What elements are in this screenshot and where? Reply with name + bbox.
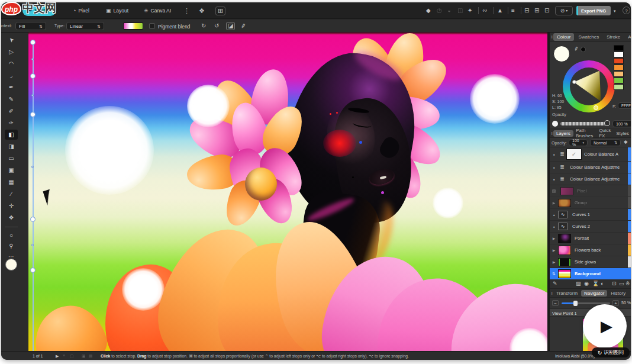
panel-handle[interactable]: ‖ [551, 131, 553, 136]
tool-transparency[interactable]: ◨ [5, 141, 18, 152]
duplicate-icon[interactable]: ▣ [82, 354, 86, 358]
edit-layer-icon[interactable]: ✎ [553, 281, 557, 286]
triangle-selector[interactable] [572, 80, 576, 84]
zoom-in-button[interactable]: + [612, 300, 619, 306]
tab-canva-ai[interactable]: ✳ Canva AI [138, 5, 176, 16]
tool-zoom[interactable]: ⚲ [5, 241, 18, 251]
zoom-out-button[interactable]: − [552, 300, 559, 306]
tool-pencil[interactable]: ✎ [5, 94, 18, 104]
layer-row[interactable]: ▶ Flowers back [550, 244, 631, 256]
expand-arrow-icon[interactable]: ▶ [550, 248, 558, 252]
gradient-stop[interactable] [30, 40, 36, 45]
gradient-midpoint[interactable] [31, 244, 34, 246]
align-icon[interactable]: ≡ [511, 8, 515, 14]
rotate-gradient-icon[interactable]: ↻ [201, 23, 206, 29]
snapping-icon[interactable]: ∾ [482, 8, 487, 14]
reorder-icon[interactable]: ⇅ [550, 272, 558, 276]
tool-knife[interactable]: ∕ [5, 189, 18, 199]
tab-layout[interactable]: ▣ Layout [101, 5, 134, 16]
panel-handle[interactable]: ‖ [551, 35, 553, 39]
expand-arrow-icon[interactable]: ▶ [550, 260, 558, 264]
swatch[interactable] [614, 65, 624, 70]
video-play-overlay[interactable]: ▶ [583, 304, 627, 348]
insert-behind-icon[interactable]: ⊟ [524, 8, 529, 14]
visibility-toggle[interactable]: ● [550, 153, 558, 156]
eyedropper-icon[interactable]: ✎ [239, 23, 246, 30]
gradient-stop[interactable] [30, 268, 36, 273]
layer-row[interactable]: ● ≣ ✓ Colour Balance A [550, 147, 631, 162]
gradient-midpoint[interactable] [31, 58, 34, 60]
opacity-slider[interactable] [560, 122, 608, 125]
visibility-toggle[interactable]: ▨ [550, 189, 558, 194]
layer-row[interactable]: ▶ Group [550, 197, 631, 209]
gradient-stop[interactable] [30, 112, 36, 117]
tool-vector-brush[interactable]: ✐ [5, 106, 18, 116]
next-page-icon[interactable]: » [63, 353, 65, 358]
tab-layers[interactable]: Layers [553, 130, 573, 137]
fill-dropdown[interactable]: Fill ⇅ [15, 22, 46, 30]
tab-navigator[interactable]: Navigator [581, 290, 607, 297]
help-icon[interactable]: ? [623, 7, 630, 14]
mask-layer-icon[interactable]: ▨ [576, 281, 581, 286]
persona-more-icon[interactable]: ⋮ [183, 8, 190, 14]
opacity-value-field[interactable]: 100 % [612, 120, 631, 127]
select-same-icon[interactable]: ⊡ [544, 8, 549, 14]
tool-point-transform[interactable]: ✛ [5, 201, 18, 211]
layer-row[interactable]: ● ∿ Curves 2 [550, 221, 631, 233]
gradient-swatch[interactable] [123, 22, 143, 30]
export-chevron-icon[interactable]: ▾ [614, 9, 616, 13]
tool-paint-brush[interactable]: ✑ [5, 118, 18, 128]
zoom-slider-handle[interactable] [573, 301, 578, 306]
tool-vector-crop[interactable]: ▣ [5, 165, 18, 175]
visibility-toggle[interactable]: ● [550, 225, 558, 228]
boolean-intersect-icon[interactable]: ◒ [447, 8, 451, 14]
layer-row[interactable]: ● ≣ Colour Balance Adjustme [550, 173, 631, 185]
flip-icon[interactable]: ▲ [497, 8, 503, 14]
tool-corner[interactable]: ◞ [5, 70, 18, 80]
ring-selector[interactable] [594, 105, 598, 110]
duplicate-alt-icon[interactable]: ▤ [89, 354, 93, 358]
reverse-gradient-icon[interactable]: ↺ [214, 23, 219, 29]
tool-contour[interactable]: ◠ [5, 59, 18, 69]
layer-row[interactable]: ● ≣ Colour Balance Adjustme [550, 162, 631, 173]
tab-styles[interactable]: Styles [614, 130, 631, 137]
tab-pixel[interactable]: ◔ Pixel [67, 5, 95, 16]
boolean-divide-icon[interactable]: ◫ [457, 8, 463, 14]
colour-wheel[interactable] [563, 60, 615, 112]
panel-handle[interactable]: ‖ [551, 291, 553, 295]
layer-row[interactable]: ▶ Portrait [550, 233, 631, 244]
blend-mode-dropdown[interactable]: Normal ⇅ [590, 139, 621, 146]
insert-inside-icon[interactable]: ⊞ [534, 8, 539, 14]
tool-pen[interactable]: ✒ [5, 82, 18, 92]
current-fill-swatch[interactable] [5, 259, 17, 270]
live-filter-icon[interactable]: ⌛ [592, 281, 599, 286]
tab-appearance[interactable]: Appearance [624, 33, 631, 41]
canvas-artwork[interactable] [28, 33, 547, 351]
tab-colour[interactable]: Colour [553, 33, 575, 41]
swatch[interactable] [614, 51, 624, 57]
pigment-blend-checkbox[interactable] [149, 23, 155, 29]
move-layer-icon[interactable]: ⊡ [612, 281, 617, 286]
expand-arrow-icon[interactable]: ▶ [550, 201, 558, 205]
preview-mode-button[interactable]: ⊘ ▾ [555, 6, 573, 15]
opacity-slider-handle[interactable] [604, 120, 610, 126]
layers-opacity-dropdown[interactable]: 100 % ▾ [569, 139, 588, 146]
gradient-midpoint[interactable] [31, 166, 34, 168]
delete-layer-icon[interactable]: ※ [625, 281, 630, 286]
tab-swatches[interactable]: Swatches [575, 33, 602, 41]
tool-shape-builder[interactable]: ▦ [5, 177, 18, 187]
expand-arrow-icon[interactable]: ▶ [550, 236, 558, 240]
active-colour-swatch[interactable] [553, 46, 570, 62]
swatch[interactable] [614, 71, 624, 77]
boolean-add-icon[interactable]: ◆ [426, 8, 431, 14]
layers-settings-icon[interactable]: ✱ [624, 140, 628, 145]
type-dropdown[interactable]: Linear ⇅ [66, 22, 104, 30]
gradient-editor-line[interactable] [33, 42, 34, 351]
tool-marquee[interactable]: ▭ [5, 153, 18, 163]
tool-ellipse[interactable]: ○ [5, 230, 18, 240]
hex-field[interactable]: FFFFE6 [618, 102, 631, 109]
tab-history[interactable]: History [608, 290, 628, 297]
gradient-midpoint[interactable] [31, 94, 34, 96]
boolean-combine-icon[interactable]: ✦ [467, 8, 472, 14]
tool-fill-gradient[interactable]: ◧ [5, 130, 18, 140]
